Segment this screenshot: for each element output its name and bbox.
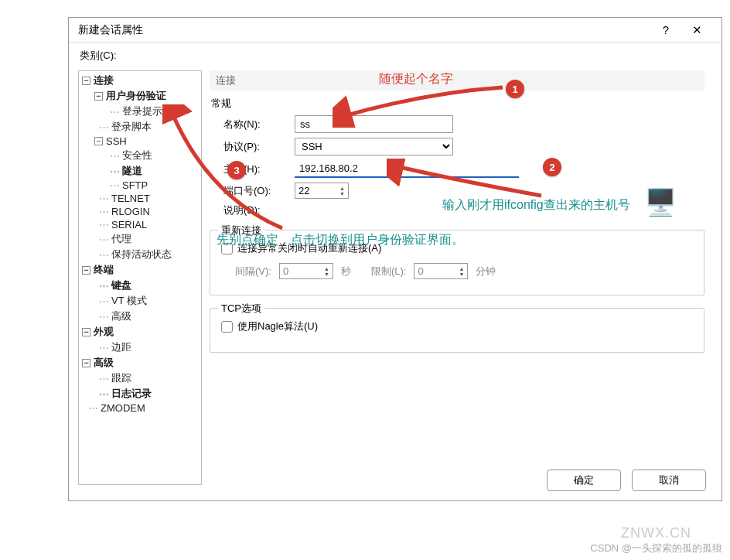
limit-spinner[interactable]: ▲▼ [414,263,468,279]
annotation-1-text: 随便起个名字 [379,71,453,87]
nagle-checkbox[interactable]: 使用Nagle算法(U) [221,319,693,333]
tree-telnet[interactable]: ⋯TELNET [79,192,201,205]
row-port: 端口号(O): ▲▼ [210,183,704,199]
settings-pane: 连接 常规 名称(N): 协议(P): SSH 主机(H): 端口号(O): ▲… [202,70,712,485]
name-label: 名称(N): [210,118,295,131]
tree-login-prompt[interactable]: ⋯登录提示符 [79,104,201,119]
ok-button[interactable]: 确定 [547,470,621,491]
port-spinner[interactable]: ▲▼ [295,183,349,199]
dialog-title: 新建会话属性 [78,23,650,37]
dialog: 新建会话属性 ? ✕ 类别(C): −连接 −用户身份验证 ⋯登录提示符 ⋯登录… [68,17,722,501]
tcp-group: TCP选项 使用Nagle算法(U) [210,308,704,353]
tree-trace[interactable]: ⋯跟踪 [79,370,201,386]
badge-2: 2 [543,158,561,176]
tree-margin[interactable]: ⋯边距 [79,340,201,355]
close-button[interactable]: ✕ [681,23,712,37]
footer: 确定 取消 [547,470,706,491]
tree-keyboard[interactable]: ⋯键盘 [79,278,201,293]
tree-proxy[interactable]: ⋯代理 [79,231,201,247]
sec-label: 秒 [341,265,351,278]
host-input[interactable] [295,160,519,178]
tree-connection[interactable]: −连接 [79,73,201,88]
badge-1: 1 [506,80,524,98]
cancel-button[interactable]: 取消 [632,470,706,491]
category-label: 类别(C): [69,43,721,64]
watermark-csdn: CSDN @一头探索的孤的孤狼 [590,541,722,555]
general-label: 常规 [211,97,704,111]
tree-advanced-t[interactable]: ⋯高级 [79,309,201,324]
section-title: 连接 [210,70,704,90]
tree-auth[interactable]: −用户身份验证 [79,88,201,104]
row-protocol: 协议(P): SSH [210,138,704,155]
host-label: 主机(H): [210,162,295,176]
badge-3: 3 [227,161,246,179]
tree-ssh[interactable]: −SSH [79,135,201,148]
tree-sftp[interactable]: ⋯SFTP [79,179,201,192]
tree-login-script[interactable]: ⋯登录脚本 [79,119,201,135]
tree-advanced[interactable]: −高级 [79,355,201,370]
name-input[interactable] [295,115,453,133]
tree-terminal[interactable]: −终端 [79,262,201,278]
desc-label: 说明(D): [210,203,295,217]
tree-tunnel[interactable]: ⋯隧道 [79,163,201,179]
tree-log[interactable]: ⋯日志记录 [79,386,201,401]
row-name: 名称(N): [210,115,704,133]
annotation-2-text: 输入刚才用ifconfig查出来的主机号 [442,197,630,213]
category-tree[interactable]: −连接 −用户身份验证 ⋯登录提示符 ⋯登录脚本 −SSH ⋯安全性 ⋯隧道 ⋯… [78,70,202,485]
tree-zmodem[interactable]: ⋯ZMODEM [79,401,201,415]
tree-appearance[interactable]: −外观 [79,324,201,340]
limit-label: 限制(L): [371,265,407,278]
tree-rlogin[interactable]: ⋯RLOGIN [79,205,201,218]
protocol-select[interactable]: SSH [295,138,453,155]
row-host: 主机(H): [210,160,704,178]
tree-vtmode[interactable]: ⋯VT 模式 [79,293,201,309]
tree-serial[interactable]: ⋯SERIAL [79,218,201,231]
min-label: 分钟 [476,265,496,278]
network-icon: 🖥️ [644,186,677,217]
tcp-legend: TCP选项 [218,302,264,316]
interval-label: 间隔(V): [221,265,271,278]
tree-keepalive[interactable]: ⋯保持活动状态 [79,247,201,262]
port-label: 端口号(O): [210,184,295,198]
watermark-znwx: ZNWX.CN [621,525,691,541]
tree-security[interactable]: ⋯安全性 [79,148,201,163]
help-button[interactable]: ? [650,23,681,36]
annotation-3-text: 先别点确定，点击切换到用户身份验证界面。 [217,232,464,248]
protocol-label: 协议(P): [210,140,295,154]
content: −连接 −用户身份验证 ⋯登录提示符 ⋯登录脚本 −SSH ⋯安全性 ⋯隧道 ⋯… [69,64,721,485]
titlebar: 新建会话属性 ? ✕ [69,18,721,43]
interval-spinner[interactable]: ▲▼ [279,263,333,279]
